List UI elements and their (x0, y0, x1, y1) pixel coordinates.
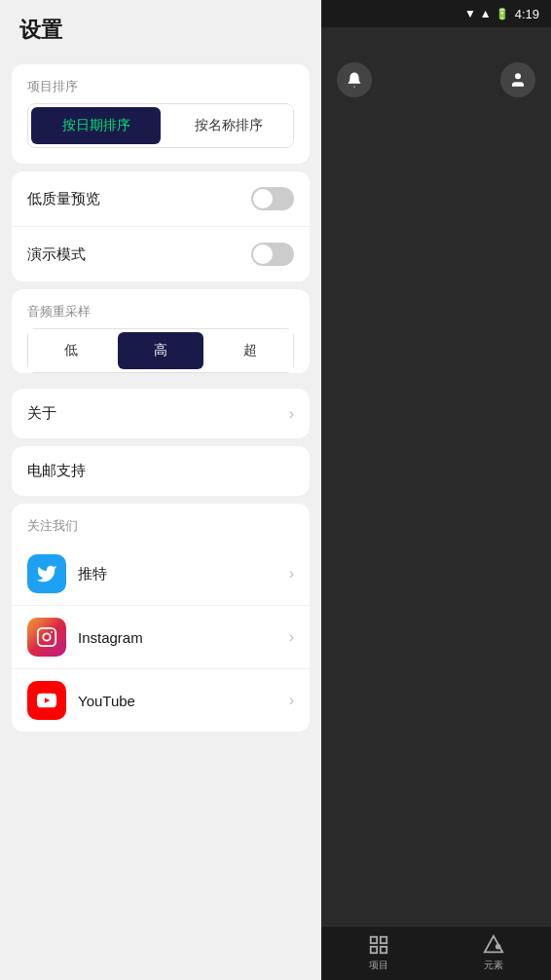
about-label: 关于 (27, 404, 56, 423)
twitter-item[interactable]: 推特 › (12, 543, 310, 606)
nav-label-projects: 项目 (369, 959, 388, 972)
audio-low-button[interactable]: 低 (28, 329, 115, 372)
elements-icon (483, 934, 504, 956)
email-label: 电邮支持 (27, 462, 86, 480)
sort-section-label: 项目排序 (12, 64, 310, 103)
sort-button-group: 按日期排序 按名称排序 (27, 103, 294, 148)
bottom-nav: 项目 元素 (321, 925, 551, 980)
svg-rect-8 (371, 947, 377, 953)
demo-mode-row: 演示模式 (12, 227, 310, 282)
status-time: 4:19 (515, 7, 539, 21)
audio-high-button[interactable]: 高 (118, 332, 204, 369)
about-chevron-icon: › (289, 405, 294, 423)
svg-rect-7 (381, 947, 386, 953)
demo-mode-label: 演示模式 (27, 245, 86, 264)
right-top-icons (321, 27, 551, 105)
signal-icon: ▲ (480, 7, 492, 20)
audio-button-group: 低 高 超 (27, 328, 294, 373)
profile-icon[interactable] (500, 62, 535, 97)
follow-section: 关注我们 推特 › Instagram › (12, 504, 310, 732)
email-support-item[interactable]: 电邮支持 (12, 446, 310, 496)
youtube-icon (27, 681, 66, 720)
sort-by-date-button[interactable]: 按日期排序 (31, 107, 161, 144)
instagram-chevron-icon: › (289, 628, 294, 646)
youtube-name: YouTube (78, 693, 289, 709)
audio-super-button[interactable]: 超 (206, 329, 293, 372)
page-title: 设置 (0, 0, 321, 57)
status-icons: ▼ ▲ 🔋 (464, 7, 509, 20)
low-quality-label: 低质量预览 (27, 190, 100, 208)
nav-item-projects[interactable]: 项目 (321, 934, 436, 972)
battery-icon: 🔋 (496, 8, 509, 20)
low-quality-row: 低质量预览 (12, 171, 310, 227)
projects-icon (368, 934, 389, 956)
svg-point-4 (515, 73, 521, 79)
wifi-icon: ▼ (464, 7, 476, 20)
svg-rect-5 (371, 937, 377, 943)
nav-label-elements: 元素 (484, 959, 503, 972)
svg-point-10 (496, 944, 500, 950)
notification-icon[interactable] (337, 62, 372, 97)
youtube-item[interactable]: YouTube › (12, 669, 310, 732)
sort-section: 项目排序 按日期排序 按名称排序 (12, 64, 310, 164)
audio-section-label: 音频重采样 (12, 289, 310, 328)
svg-marker-9 (485, 936, 502, 953)
svg-rect-6 (381, 937, 386, 943)
twitter-chevron-icon: › (289, 565, 294, 583)
about-item[interactable]: 关于 › (12, 389, 310, 438)
twitter-name: 推特 (78, 565, 289, 584)
low-quality-toggle[interactable] (251, 187, 294, 210)
right-panel: ▼ ▲ 🔋 4:19 (321, 0, 551, 980)
nav-item-elements[interactable]: 元素 (436, 934, 551, 972)
status-bar: ▼ ▲ 🔋 4:19 (321, 0, 551, 27)
youtube-chevron-icon: › (289, 692, 294, 709)
audio-section: 音频重采样 低 高 超 (12, 289, 310, 373)
follow-label: 关注我们 (12, 504, 310, 543)
twitter-icon (27, 554, 66, 593)
instagram-icon (27, 618, 66, 657)
sort-by-name-button[interactable]: 按名称排序 (164, 104, 293, 147)
svg-point-1 (43, 633, 50, 640)
left-panel: 设置 项目排序 按日期排序 按名称排序 低质量预览 演示模式 音频重采样 低 高… (0, 0, 321, 980)
instagram-name: Instagram (78, 629, 289, 646)
demo-mode-toggle[interactable] (251, 243, 294, 266)
svg-rect-0 (38, 628, 55, 646)
toggle-section: 低质量预览 演示模式 (12, 171, 310, 282)
svg-point-2 (51, 631, 53, 633)
instagram-item[interactable]: Instagram › (12, 606, 310, 669)
